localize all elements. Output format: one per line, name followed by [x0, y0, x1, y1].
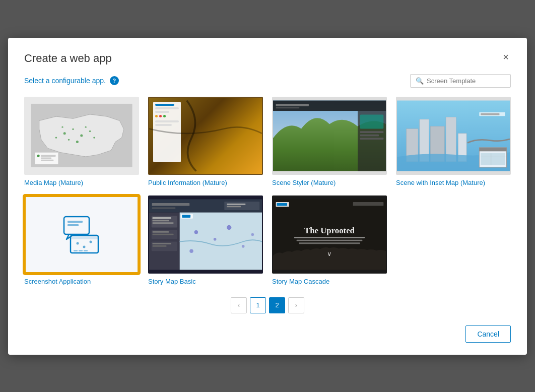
card-label-public-info: Public Information (Mature) [148, 179, 263, 186]
card-scene-inset[interactable]: Scene with Inset Map (Mature) [396, 97, 511, 186]
svg-point-42 [83, 246, 86, 248]
page-1-button[interactable]: 1 [250, 297, 266, 313]
svg-text:∨: ∨ [327, 249, 332, 257]
svg-point-6 [76, 141, 79, 143]
svg-rect-14 [41, 158, 51, 159]
story-cascade-svg: The Uprooted ∨ [273, 197, 386, 273]
modal-footer: Cancel [24, 325, 511, 343]
card-label-scene-styler: Scene Styler (Mature) [272, 179, 387, 186]
card-thumb-story-cascade: The Uprooted ∨ [272, 195, 387, 274]
svg-point-12 [37, 155, 40, 157]
svg-rect-50 [224, 202, 259, 210]
svg-point-1 [63, 132, 66, 135]
story-basic-svg [149, 197, 262, 273]
svg-point-4 [68, 139, 70, 141]
svg-text:The Uprooted: The Uprooted [304, 225, 355, 235]
svg-rect-62 [153, 243, 171, 244]
svg-rect-32 [479, 147, 506, 151]
card-thumb-public-info [148, 97, 263, 175]
svg-rect-33 [481, 153, 505, 165]
subheader-left: Select a configurable app. ? [24, 76, 119, 85]
public-info-svg [149, 98, 262, 174]
svg-point-43 [90, 241, 92, 243]
svg-rect-35 [481, 113, 499, 115]
svg-rect-57 [153, 222, 174, 224]
next-page-button[interactable]: › [288, 297, 304, 313]
svg-point-3 [80, 134, 83, 137]
modal-header: Create a web app × [24, 52, 511, 65]
search-icon: 🔍 [416, 77, 424, 85]
cancel-button[interactable]: Cancel [465, 325, 511, 343]
screenshot-icon-svg [61, 214, 102, 254]
scene-inset-svg [397, 98, 510, 174]
pagination: ‹ 1 2 › [24, 297, 511, 313]
card-scene-styler[interactable]: Scene Styler (Mature) [272, 97, 387, 186]
media-map-svg [31, 101, 132, 170]
card-label-scene-inset: Scene with Inset Map (Mature) [396, 179, 511, 186]
svg-rect-79 [297, 239, 363, 241]
svg-point-67 [227, 225, 231, 229]
card-story-basic[interactable]: Story Map Basic [148, 195, 263, 285]
svg-point-5 [89, 130, 91, 132]
modal-overlay: Create a web app × Select a configurable… [0, 0, 535, 392]
card-thumb-screenshot [24, 195, 139, 274]
svg-point-9 [62, 126, 63, 128]
card-public-info[interactable]: Public Information (Mature) [148, 97, 263, 186]
svg-point-41 [77, 242, 79, 245]
card-thumb-scene-styler [272, 97, 387, 175]
app-grid: Media Map (Mature) [24, 97, 511, 285]
help-icon[interactable]: ? [110, 76, 119, 85]
svg-rect-46 [84, 250, 88, 251]
modal-title: Create a web app [24, 52, 112, 65]
card-story-cascade[interactable]: The Uprooted ∨ Story Map Cascade [272, 195, 387, 285]
card-media-map[interactable]: Media Map (Mature) [24, 97, 139, 186]
svg-rect-45 [79, 250, 83, 251]
svg-rect-21 [360, 114, 384, 128]
svg-rect-22 [360, 131, 384, 133]
card-thumb-story-basic [148, 195, 263, 274]
svg-rect-38 [68, 224, 79, 226]
svg-rect-49 [152, 207, 176, 209]
svg-rect-23 [360, 134, 379, 136]
svg-point-70 [251, 233, 254, 236]
search-input[interactable] [427, 77, 505, 85]
svg-rect-24 [360, 138, 384, 140]
svg-rect-72 [182, 215, 190, 218]
svg-rect-40 [71, 235, 98, 239]
card-label-screenshot-app: Screenshot Application [24, 278, 139, 285]
svg-rect-51 [227, 203, 245, 205]
svg-rect-60 [153, 233, 174, 235]
modal: Create a web app × Select a configurable… [8, 38, 527, 355]
scene-styler-svg [273, 98, 386, 174]
svg-rect-55 [153, 217, 171, 219]
svg-rect-15 [41, 160, 53, 161]
svg-rect-13 [41, 155, 55, 157]
svg-point-10 [85, 126, 87, 128]
svg-point-69 [189, 249, 193, 252]
card-label-story-cascade: Story Map Cascade [272, 278, 387, 285]
close-button[interactable]: × [501, 52, 511, 62]
card-thumb-media-map [24, 97, 139, 175]
svg-point-65 [194, 230, 198, 234]
svg-rect-78 [294, 237, 365, 238]
svg-rect-52 [227, 206, 241, 207]
svg-point-66 [214, 238, 217, 241]
svg-rect-37 [68, 221, 83, 223]
svg-point-8 [94, 137, 95, 139]
svg-rect-75 [277, 203, 287, 206]
svg-rect-80 [299, 242, 360, 244]
svg-point-7 [55, 137, 57, 139]
svg-rect-76 [353, 202, 384, 206]
card-label-media-map: Media Map (Mature) [24, 179, 139, 186]
svg-rect-59 [153, 231, 169, 232]
svg-rect-19 [276, 107, 300, 108]
svg-point-2 [73, 128, 74, 130]
page-2-button[interactable]: 2 [269, 297, 285, 313]
prev-page-button[interactable]: ‹ [231, 297, 247, 313]
card-thumb-scene-inset [396, 97, 511, 175]
subheader-label: Select a configurable app. [24, 77, 106, 85]
card-screenshot-app[interactable]: Screenshot Application [24, 195, 139, 285]
search-box[interactable]: 🔍 [410, 74, 511, 88]
svg-rect-18 [276, 104, 309, 106]
svg-rect-44 [74, 250, 78, 251]
